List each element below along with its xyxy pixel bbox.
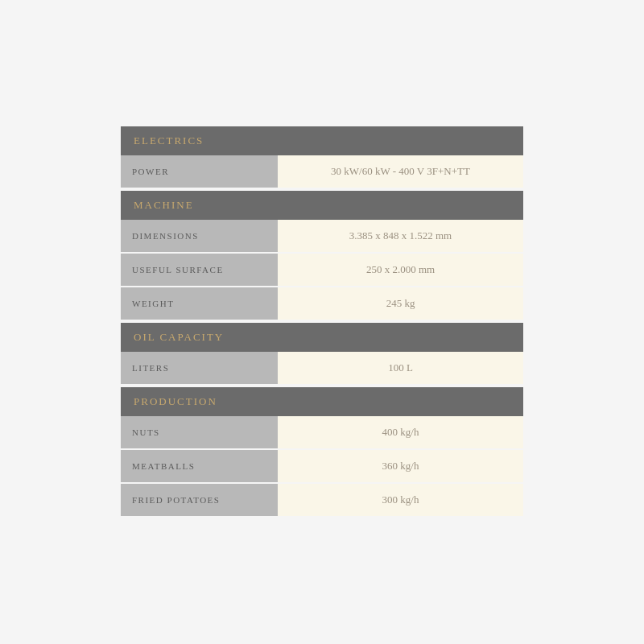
spec-row-production-0: NUTS400 kg/h	[121, 416, 523, 448]
section-header-production: PRODUCTION	[121, 387, 523, 416]
spec-label-production-2: FRIED POTATOES	[121, 484, 278, 516]
spec-row-machine-2: WEIGHT245 kg	[121, 287, 523, 320]
spec-row-oil-capacity-0: LITERS100 L	[121, 352, 523, 384]
spec-value-production-0: 400 kg/h	[278, 416, 523, 448]
spec-row-production-2: FRIED POTATOES300 kg/h	[121, 484, 523, 516]
spec-value-machine-0: 3.385 x 848 x 1.522 mm	[278, 220, 523, 252]
spec-value-oil-capacity-0: 100 L	[278, 352, 523, 384]
spec-row-machine-0: DIMENSIONS3.385 x 848 x 1.522 mm	[121, 220, 523, 252]
spec-label-electrics-0: POWER	[121, 155, 278, 188]
spec-label-oil-capacity-0: LITERS	[121, 352, 278, 384]
spec-value-electrics-0: 30 kW/60 kW - 400 V 3F+N+TT	[278, 155, 523, 188]
section-header-oil-capacity: OIL CAPACITY	[121, 323, 523, 352]
spec-value-production-1: 360 kg/h	[278, 450, 523, 482]
spec-label-machine-0: DIMENSIONS	[121, 220, 278, 252]
spec-row-production-1: MEATBALLS360 kg/h	[121, 450, 523, 482]
spec-label-machine-1: USEFUL SURFACE	[121, 254, 278, 286]
spec-row-electrics-0: POWER30 kW/60 kW - 400 V 3F+N+TT	[121, 155, 523, 188]
spec-table: ELECTRICSPOWER30 kW/60 kW - 400 V 3F+N+T…	[121, 126, 523, 518]
section-header-machine: MACHINE	[121, 191, 523, 220]
section-header-electrics: ELECTRICS	[121, 126, 523, 155]
spec-label-production-0: NUTS	[121, 416, 278, 448]
spec-label-production-1: MEATBALLS	[121, 450, 278, 482]
spec-value-production-2: 300 kg/h	[278, 484, 523, 516]
spec-row-machine-1: USEFUL SURFACE250 x 2.000 mm	[121, 254, 523, 286]
spec-label-machine-2: WEIGHT	[121, 287, 278, 320]
spec-value-machine-1: 250 x 2.000 mm	[278, 254, 523, 286]
spec-value-machine-2: 245 kg	[278, 287, 523, 320]
